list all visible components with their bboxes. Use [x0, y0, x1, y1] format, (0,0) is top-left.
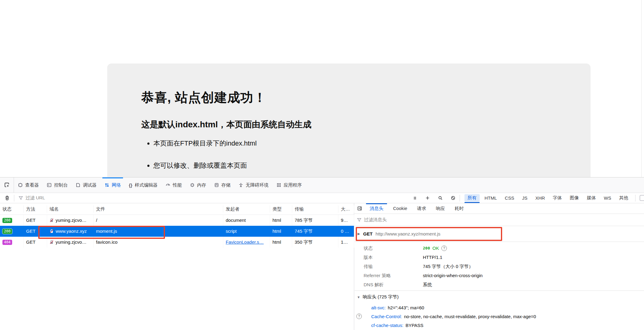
filter-url-placeholder: 过滤 URL — [26, 195, 45, 201]
tab-debugger[interactable]: 调试器 — [72, 177, 101, 193]
filter-ws[interactable]: WS — [601, 194, 614, 201]
block-button[interactable] — [447, 196, 460, 200]
expander-icon[interactable]: ▼ — [357, 295, 360, 299]
filter-headers-input[interactable]: 过滤消息头 — [355, 214, 644, 226]
detail-label: DNS 解析 — [355, 280, 423, 289]
memory-icon — [190, 183, 195, 187]
col-method[interactable]: 方法 — [24, 205, 47, 213]
filter-font[interactable]: 字体 — [550, 194, 565, 202]
element-picker-button[interactable] — [0, 177, 14, 193]
header-row: cf-cache-status:BYPASS — [355, 321, 644, 330]
tab-label: 性能 — [173, 182, 182, 188]
col-type[interactable]: 类型 — [270, 205, 292, 213]
col-domain[interactable]: 域名 — [47, 205, 94, 213]
tab-timings[interactable]: 耗时 — [450, 203, 469, 214]
page-title: 恭喜, 站点创建成功！ — [141, 89, 266, 106]
filter-url-input[interactable]: 过滤 URL — [19, 195, 409, 201]
col-size[interactable]: 大… — [338, 205, 354, 213]
bullet-item: 您可以修改、删除或覆盖本页面 — [153, 161, 257, 170]
domain-cell: yuming.zjcvo… — [56, 215, 87, 226]
method-cell: GET — [24, 226, 47, 237]
response-headers-section-header[interactable]: ▼ 响应头 (725 字节) — [355, 290, 644, 303]
inspector-icon — [18, 183, 23, 187]
tab-accessibility[interactable]: 无障碍环境 — [235, 177, 272, 193]
request-row[interactable]: 404 GET yuming.zjcvo… favicon.ico Favico… — [0, 237, 354, 248]
storage-icon — [214, 183, 219, 187]
tab-inspector[interactable]: 查看器 — [14, 177, 43, 193]
filter-xhr[interactable]: XHR — [532, 194, 548, 201]
status-badge: 200 — [2, 218, 12, 223]
split-panel-toggle-button[interactable] — [355, 206, 365, 211]
col-file[interactable]: 文件 — [94, 205, 223, 213]
method-cell: GET — [24, 215, 47, 226]
domain-cell: yuming.zjcvo… — [56, 237, 87, 248]
request-details-list: 状态 200 OK ? 版本 HTTP/1.1 传输 745 字节（大小 0 字 — [355, 242, 644, 290]
file-cell: moment.js — [94, 226, 223, 237]
detail-tabs: 消息头 Cookie 请求 响应 耗时 — [355, 203, 644, 214]
funnel-icon — [19, 196, 23, 200]
tab-style-editor[interactable]: {} 样式编辑器 — [125, 177, 162, 193]
tab-memory[interactable]: 内存 — [186, 177, 210, 193]
detail-label: 状态 — [355, 244, 423, 253]
tab-application[interactable]: 应用程序 — [272, 177, 306, 193]
screenshot-root: 恭喜, 站点创建成功！ 这是默认index.html，本页面由系统自动生成 本页… — [0, 0, 644, 330]
element-picker-icon — [4, 182, 10, 188]
response-headers-title: 响应头 (725 字节) — [363, 294, 399, 300]
persist-logs-checkbox[interactable] — [640, 195, 644, 201]
divider — [635, 195, 635, 201]
tab-headers[interactable]: 消息头 — [365, 203, 388, 214]
page-scrollbar-edge — [641, 0, 642, 177]
tab-cookie[interactable]: Cookie — [388, 203, 412, 214]
filter-headers-placeholder: 过滤消息头 — [364, 217, 387, 223]
transferred-cell: 785 字节 — [292, 215, 338, 226]
col-transferred[interactable]: 传输 — [292, 205, 338, 213]
style-editor-icon: {} — [129, 183, 132, 188]
initiator-link[interactable]: FaviconLoader.s… — [226, 237, 264, 248]
header-name[interactable]: Cache-Control: — [371, 314, 402, 319]
col-status[interactable]: 状态 — [0, 205, 24, 213]
request-row-selected[interactable]: 200 GET www.yaonz.xyz moment.js script h… — [0, 226, 354, 237]
tab-label: 查看器 — [25, 182, 39, 188]
tab-label: 控制台 — [54, 182, 68, 188]
page-bullet-list: 本页面在FTP根目录下的index.html 您可以修改、删除或覆盖本页面 — [153, 139, 257, 183]
tab-storage[interactable]: 存储 — [210, 177, 235, 193]
detail-value: 745 字节（大小 0 字节） — [423, 262, 473, 271]
tab-label: 调试器 — [83, 182, 97, 188]
tab-performance[interactable]: 性能 — [162, 177, 186, 193]
tab-request[interactable]: 请求 — [412, 203, 431, 214]
search-button[interactable] — [434, 196, 447, 200]
tab-console[interactable]: 控制台 — [43, 177, 72, 193]
tab-label: 内存 — [197, 182, 206, 188]
performance-icon — [166, 183, 170, 187]
filter-css[interactable]: CSS — [502, 194, 517, 201]
tab-network[interactable]: 网络 — [101, 177, 125, 193]
filter-other[interactable]: 其他 — [616, 194, 631, 202]
filter-image[interactable]: 图像 — [567, 194, 582, 202]
header-name[interactable]: alt-svc: — [371, 305, 386, 310]
request-row[interactable]: 200 GET yuming.zjcvo… / document html 78… — [0, 215, 354, 226]
filter-media[interactable]: 媒体 — [584, 194, 599, 202]
filter-js[interactable]: JS — [519, 194, 531, 201]
help-icon[interactable]: ? — [441, 246, 447, 251]
tab-response[interactable]: 响应 — [431, 203, 450, 214]
pause-button[interactable] — [409, 196, 421, 200]
request-summary-row[interactable]: ▶ GET http://www.yaonz.xyz/moment.js — [355, 226, 644, 242]
filter-all[interactable]: 所有 — [464, 194, 480, 202]
status-badge: 200 — [2, 229, 12, 234]
initiator-cell: script — [223, 226, 270, 237]
devtools-toolbar: 查看器 控制台 调试器 — [0, 177, 644, 193]
file-cell: favicon.ico — [94, 237, 223, 248]
header-name[interactable]: cf-cache-status: — [371, 323, 403, 328]
expander-icon[interactable]: ▶ — [358, 232, 360, 236]
detail-value: 系统 — [423, 280, 432, 289]
filter-html[interactable]: HTML — [481, 194, 500, 201]
help-icon[interactable]: ? — [356, 314, 362, 319]
add-request-button[interactable] — [421, 196, 434, 200]
detail-row-version: 版本 HTTP/1.1 — [355, 253, 644, 262]
clear-requests-button[interactable] — [0, 195, 14, 201]
col-initiator[interactable]: 发起者 — [223, 205, 270, 213]
initiator-cell: document — [223, 215, 270, 226]
status-code: 200 — [423, 244, 430, 253]
header-row: alt-svc:h2=":443"; ma=60 — [355, 303, 644, 312]
netbar-right-controls: 所有 HTML CSS JS XHR 字体 图像 媒体 WS 其他 — [409, 194, 644, 202]
